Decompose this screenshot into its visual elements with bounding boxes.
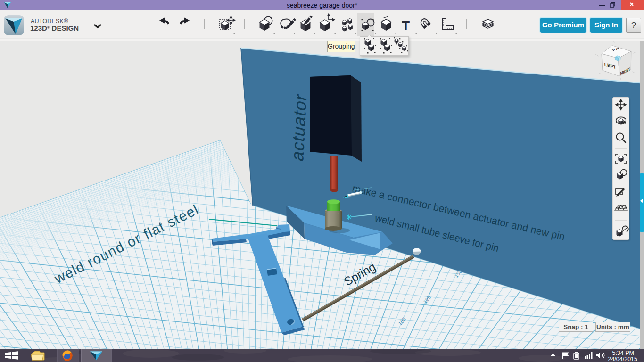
svg-text:T: T bbox=[402, 18, 410, 33]
svg-text:24/04/2015: 24/04/2015 bbox=[608, 356, 637, 362]
svg-text:actuator: actuator bbox=[288, 91, 310, 163]
svg-text:5:34 PM: 5:34 PM bbox=[612, 350, 634, 356]
svg-text:123D® DESIGN: 123D® DESIGN bbox=[30, 24, 79, 32]
svg-text:AUTODESK®: AUTODESK® bbox=[31, 18, 68, 25]
